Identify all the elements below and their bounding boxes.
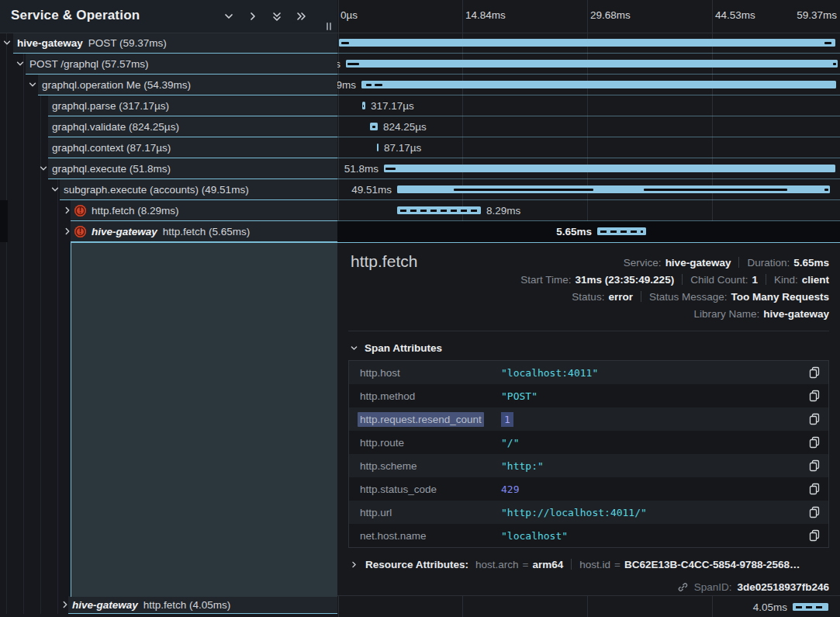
copy-icon[interactable]	[808, 436, 821, 449]
chevron-right-icon[interactable]	[60, 600, 70, 609]
double-chevron-right-icon[interactable]	[296, 11, 306, 22]
meta-label: Child Count:	[690, 274, 748, 286]
attribute-row[interactable]: http.route"/"	[349, 431, 828, 454]
meta-label: Status Message:	[649, 291, 728, 303]
timeline-tick: 44.53ms	[715, 9, 755, 21]
timeline-tick: 29.68ms	[590, 9, 631, 21]
span-detail-panel: http.fetch Service:hive-gatewayDuration:…	[337, 242, 840, 596]
tree-row[interactable]: hive-gatewayPOST (59.37ms)	[0, 33, 337, 54]
attribute-row[interactable]: net.host.name"localhost"	[349, 524, 828, 547]
link-icon[interactable]	[677, 581, 689, 593]
tree-row[interactable]: graphql.execute (51.8ms)	[0, 158, 337, 179]
copy-icon[interactable]	[808, 483, 821, 495]
timeline-row-separator	[337, 95, 840, 95]
attribute-row[interactable]: http.method"POST"	[349, 384, 828, 407]
timeline-row-separator	[337, 220, 840, 221]
error-icon: !	[74, 226, 86, 237]
copy-icon[interactable]	[808, 366, 821, 379]
chevron-down-icon[interactable]	[50, 185, 60, 194]
double-chevron-down-icon[interactable]	[271, 11, 282, 22]
span-bar[interactable]	[384, 165, 835, 172]
span-meta: Service:hive-gatewayDuration:5.65msStart…	[520, 254, 829, 322]
tree-row[interactable]: graphql.context (87.17µs)	[0, 137, 337, 158]
timeline-row-separator	[337, 116, 840, 116]
meta-value: error	[608, 291, 633, 303]
chevron-down-icon[interactable]	[2, 38, 12, 47]
chevron-right-icon[interactable]	[63, 206, 72, 215]
resource-value: BC62E13B-C4CC-5854-9788-2568…	[624, 559, 800, 570]
tree-row[interactable]: graphql.operation Me (54.39ms)	[0, 75, 337, 95]
tree-row[interactable]: graphql.parse (317.17µs)	[0, 95, 337, 116]
tree-row-band: hive-gatewayPOST (59.37ms)	[13, 33, 337, 54]
span-bar[interactable]	[339, 39, 835, 47]
chevron-right-icon[interactable]	[63, 227, 72, 236]
copy-icon[interactable]	[808, 413, 821, 425]
meta-separator	[682, 274, 683, 285]
span-title: http.fetch	[351, 252, 417, 271]
span-bar[interactable]	[377, 144, 379, 151]
span-duration-label: 87.17µs	[384, 142, 421, 154]
chevron-down-icon[interactable]	[16, 59, 25, 68]
tree-row[interactable]: hive-gatewayhttp.fetch (4.05ms)	[0, 596, 337, 614]
attribute-value: 1	[501, 414, 513, 425]
tree-row[interactable]: graphql.validate (824.25µs)	[0, 116, 337, 137]
span-bar[interactable]	[397, 206, 481, 214]
span-bar[interactable]	[397, 185, 830, 193]
meta-value: hive-gateway	[665, 257, 731, 269]
attribute-row[interactable]: http.url"http://localhost:4011/"	[349, 501, 828, 524]
copy-icon[interactable]	[808, 506, 821, 518]
span-duration-label: 54.39ms	[337, 79, 356, 91]
chevron-right-icon[interactable]	[247, 11, 258, 22]
attribute-key: http.route	[349, 437, 501, 449]
child-span-mark	[454, 189, 593, 191]
span-duration-label: 49.51ms	[351, 184, 392, 196]
tree-row[interactable]: subgraph.execute (accounts) (49.51ms)	[0, 179, 337, 200]
child-span-mark	[385, 168, 396, 170]
span-bar[interactable]	[362, 102, 365, 109]
attribute-row[interactable]: http.request.resend_count1	[349, 407, 828, 431]
timeline-row-separator	[337, 137, 840, 137]
attribute-key: http.method	[349, 390, 501, 402]
timeline-panel: 0µs14.84ms29.68ms44.53ms59.37ms 59.37ms5…	[337, 0, 840, 617]
chevron-down-icon[interactable]	[223, 11, 234, 22]
attribute-row[interactable]: http.status_code429	[349, 477, 828, 501]
timeline-row-separator	[337, 179, 840, 179]
tree-row[interactable]: !http.fetch (8.29ms)	[0, 200, 337, 221]
attribute-row[interactable]: http.host"localhost:4011"	[349, 361, 828, 384]
resource-attributes-toggle[interactable]: Resource Attributes: host.arch=arm64host…	[350, 556, 829, 572]
copy-icon[interactable]	[808, 529, 821, 542]
timeline-tick: 59.37ms	[797, 9, 837, 21]
panel-resize-handle[interactable]	[327, 23, 331, 30]
attribute-value: "/"	[501, 437, 519, 449]
tree-row-band: hive-gatewayhttp.fetch (4.05ms)	[68, 596, 337, 614]
span-bar[interactable]	[793, 603, 828, 611]
expanded-span-region	[71, 242, 337, 597]
span-bar[interactable]	[346, 60, 838, 68]
span-attributes-toggle[interactable]: Span Attributes	[350, 342, 442, 354]
span-label: http.fetch (5.65ms)	[163, 226, 251, 237]
span-bar[interactable]	[361, 81, 836, 88]
span-bar[interactable]	[370, 123, 378, 130]
resource-key: host.id	[579, 559, 610, 570]
divider	[348, 331, 829, 331]
chevron-down-icon	[350, 344, 358, 352]
span-id-value: 3de02518937fb246	[737, 581, 829, 593]
child-span-mark	[824, 42, 831, 44]
meta-label: Duration:	[747, 257, 790, 269]
tree-row-band: graphql.context (87.17µs)	[48, 137, 337, 158]
trace-viewer: Service & Operation hive-gatewayPOST (59…	[0, 0, 840, 617]
chevron-down-icon[interactable]	[39, 164, 48, 173]
resource-key: host.arch	[475, 559, 519, 570]
timeline-row-separator	[337, 199, 840, 200]
copy-icon[interactable]	[808, 390, 821, 402]
selected-text: 1	[501, 412, 513, 427]
tree-row[interactable]: POST /graphql (57.57ms)	[0, 54, 337, 75]
meta-label: Service:	[624, 257, 662, 269]
copy-icon[interactable]	[808, 459, 821, 472]
chevron-down-icon[interactable]	[28, 80, 37, 89]
span-bar[interactable]	[597, 227, 646, 235]
tree-row[interactable]: !hive-gatewayhttp.fetch (5.65ms)	[0, 221, 337, 242]
span-duration-label: 5.65ms	[556, 226, 592, 237]
section-title: Resource Attributes:	[365, 559, 468, 570]
attribute-row[interactable]: http.scheme"http:"	[349, 454, 828, 477]
